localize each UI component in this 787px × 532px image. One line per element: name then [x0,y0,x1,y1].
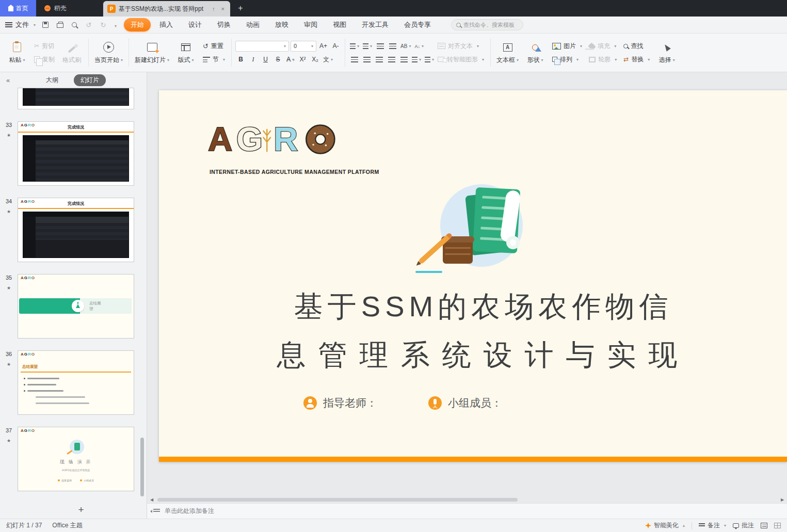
increase-font-button[interactable]: A+ [318,41,329,52]
scroll-right-icon[interactable]: ▶ [779,497,785,502]
collapse-panel-button[interactable]: « [6,76,10,84]
animation-star-icon: ★ [7,209,11,214]
find-button[interactable]: 查找 [621,41,652,52]
save-button[interactable] [41,20,50,29]
shapes-button[interactable]: 形状 [522,36,548,69]
team-credit[interactable]: 小组成员： [428,396,502,410]
decrease-indent-button[interactable] [375,41,386,52]
slide-thumbnail[interactable]: AGRO 完成情况 [18,198,134,262]
paste-button[interactable]: 粘贴 [4,36,30,69]
docer-tab[interactable]: 稻壳 [36,0,103,17]
notes-toggle-button[interactable]: 备注 [699,521,726,530]
layout-button[interactable]: 版式 [173,36,199,69]
distribute-button[interactable] [398,54,409,65]
superscript-button[interactable]: X² [297,54,308,65]
font-size-combo[interactable]: 0 [291,41,316,52]
section-button[interactable]: 节 [200,54,228,65]
current-slide[interactable]: A G R INTERNE [159,90,787,462]
tab-review[interactable]: 审阅 [297,18,324,31]
tab-transition[interactable]: 切换 [211,18,237,31]
add-slide-button[interactable]: + [0,501,147,519]
align-center-button[interactable] [361,54,372,65]
numbered-list-button[interactable] [362,41,373,52]
tab-home-ribbon[interactable]: 开始 [124,18,151,31]
outline-button[interactable]: 轮廓 [586,54,619,65]
normal-view-button[interactable] [761,523,767,528]
arrange-button[interactable]: 排列 [550,54,585,65]
format-painter-button[interactable]: 格式刷 [59,36,85,69]
smart-beautify-button[interactable]: 智能美化 [645,521,685,530]
search-input[interactable] [463,22,518,28]
theme-button[interactable]: Office 主题 [52,521,82,530]
new-tab-button[interactable]: + [230,0,251,17]
command-search[interactable] [451,19,523,30]
tab-animation[interactable]: 动画 [239,18,266,31]
align-right-button[interactable] [374,54,384,65]
notes-pane[interactable]: 单击此处添加备注 [147,503,787,519]
advisor-credit[interactable]: 指导老师： [303,396,377,410]
close-tab-icon[interactable]: × [220,5,226,13]
document-tab[interactable]: P 基于SSM的农场...实现 答辩ppt ↑ × [103,1,230,17]
reset-button[interactable]: 重置 [200,41,228,52]
slide-thumbnail[interactable]: AGRO 总结展望 [18,274,134,338]
scroll-left-icon[interactable]: ◀ [149,497,155,502]
redo-button[interactable]: ↻ [99,20,108,29]
print-button[interactable] [55,20,65,29]
tab-design[interactable]: 设计 [182,18,208,31]
undo-button[interactable]: ↺ [84,20,93,29]
tab-devtools[interactable]: 开发工具 [355,18,395,31]
underline-button[interactable]: U [260,54,271,65]
columns-button[interactable] [424,54,435,65]
slide-thumbnail[interactable]: AGRO 现 场 演 示 AGRO农场信息管理系统 指导老师 小组成员 [18,427,134,491]
line-spacing-button[interactable] [411,54,422,65]
text-sort-button[interactable] [413,41,425,52]
convert-smartart-button[interactable]: 转智能图形 [435,54,487,65]
copy-button[interactable]: 复制 [31,54,57,65]
font-name-combo[interactable] [235,41,289,52]
start-from-current-button[interactable]: 当页开始 [92,36,125,69]
slide-thumbnail[interactable]: AGRO 完成情况 [18,121,134,186]
agro-logo[interactable]: A G R [208,120,350,158]
logo-tagline[interactable]: INTERNET-BASED AGRICULTURE MANAGEMENT PL… [210,169,379,175]
sidebar-scrollbar-thumb[interactable] [140,438,144,496]
outline-tab[interactable]: 大纲 [41,74,63,86]
highlight-color-button[interactable]: 文 [322,54,334,65]
tab-insert[interactable]: 插入 [153,18,180,31]
justify-button[interactable] [386,54,397,65]
print-preview-button[interactable] [70,20,79,29]
strikethrough-button[interactable]: S [272,54,283,65]
new-slide-button[interactable]: 新建幻灯片 [133,36,171,69]
slide-illustration[interactable] [440,184,523,267]
text-box-button[interactable]: 文本框 [494,36,521,69]
file-menu-button[interactable]: 文件 [5,20,36,29]
align-left-button[interactable] [349,54,360,65]
comments-button[interactable]: 批注 [733,521,754,530]
quick-access-more-button[interactable] [113,20,117,29]
replace-button[interactable]: 替换 [621,54,652,65]
increase-indent-button[interactable] [387,41,398,52]
tab-slideshow[interactable]: 放映 [268,18,295,31]
text-direction-button[interactable]: AB [399,41,412,52]
tab-view[interactable]: 视图 [326,18,353,31]
home-tab[interactable]: 首页 [0,0,36,17]
picture-button[interactable]: 图片 [550,41,585,52]
tab-member[interactable]: 会员专享 [397,18,438,31]
align-text-button[interactable]: 对齐文本 [435,41,487,52]
fill-button[interactable]: 填充 [586,41,619,52]
slide-thumbnail[interactable] [18,88,134,109]
slide-thumbnail[interactable]: AGRO 总结展望 [18,350,134,415]
bold-button[interactable]: B [235,54,246,65]
text-shadow-button[interactable]: A [285,54,296,65]
italic-button[interactable]: I [248,54,259,65]
select-button[interactable]: 选择 [654,36,680,69]
hscroll-thumb[interactable] [157,498,518,502]
slide-title[interactable]: 基于SSM的农场农作物信 息管理系统设计与实现 [180,287,787,375]
slide-sorter-view-button[interactable] [774,523,781,528]
decrease-font-button[interactable]: A- [330,41,341,52]
slides-tab[interactable]: 幻灯片 [74,74,106,86]
cut-button[interactable]: 剪切 [31,41,57,52]
pin-window-icon[interactable]: ↑ [211,5,217,13]
bullet-list-button[interactable] [349,41,360,52]
subscript-button[interactable]: X₂ [310,54,320,65]
horizontal-scrollbar[interactable]: ◀ ▶ [147,496,787,503]
